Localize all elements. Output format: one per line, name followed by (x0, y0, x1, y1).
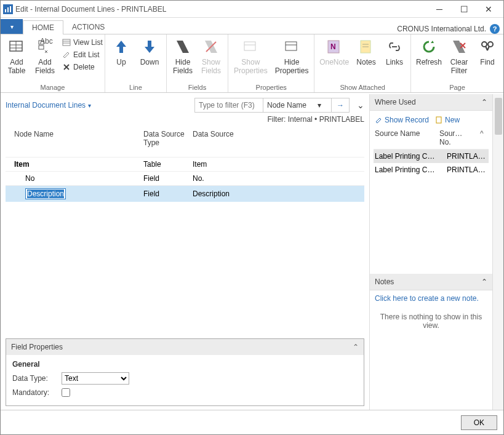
table-row[interactable]: NoFieldNo. (6, 171, 364, 185)
cell-source-no: PRINTLAB… (447, 152, 487, 161)
table-row[interactable]: ItemTableItem (6, 157, 364, 171)
cell-node-name[interactable]: Description (25, 188, 66, 199)
scrollbar[interactable] (492, 94, 503, 410)
notes-header[interactable]: Notes ⌃ (370, 274, 492, 290)
group-properties-label: Properties (228, 82, 314, 92)
refresh-button[interactable]: Refresh (414, 36, 444, 69)
header-ds[interactable]: Data Source (193, 130, 364, 147)
filter-field-select[interactable]: Node Name ▾ (263, 101, 331, 110)
field-properties-panel: Field Properties ⌃ General Data Type: Te… (6, 338, 364, 406)
chevron-up-icon: ⌃ (481, 277, 487, 286)
view-list-button[interactable]: View List (60, 37, 105, 48)
header-source-no[interactable]: Sour… No. (439, 129, 480, 146)
header-dstype[interactable]: Data Source Type (143, 130, 193, 147)
tab-home[interactable]: HOME (23, 20, 63, 34)
chevron-up-icon: ^ (480, 129, 487, 146)
onenote-button[interactable]: N OneNote (317, 36, 351, 69)
cell-dstype: Field (143, 190, 193, 198)
minimize-button[interactable]: ─ (427, 2, 452, 17)
svg-text:Abc: Abc (40, 38, 53, 46)
group-fields-label: Fields (167, 82, 228, 92)
window-title: Edit - Internal Document Lines - PRINTLA… (15, 5, 427, 14)
filter-go-button[interactable]: → (332, 101, 349, 110)
company-label: CRONUS International Ltd. ? (397, 24, 500, 34)
svg-rect-31 (436, 117, 441, 123)
links-button[interactable]: Links (381, 36, 408, 69)
up-button[interactable]: Up (108, 36, 135, 69)
svg-rect-18 (286, 42, 297, 50)
new-link[interactable]: New (435, 116, 460, 124)
clear-filter-button[interactable]: Clear Filter (446, 36, 473, 78)
maximize-button[interactable]: ☐ (452, 2, 476, 17)
scrollbar-thumb[interactable] (495, 98, 502, 135)
cell-dstype: Field (143, 174, 193, 183)
mandatory-checkbox[interactable] (62, 388, 70, 397)
titlebar: Edit - Internal Document Lines - PRINTLA… (1, 1, 503, 18)
tab-actions[interactable]: ACTIONS (63, 20, 113, 34)
cell-dstype: Table (143, 160, 193, 169)
delete-button[interactable]: Delete (60, 62, 105, 73)
chevron-up-icon: ⌃ (481, 98, 487, 106)
add-fields-button[interactable]: Abc Add Fields (31, 36, 58, 78)
ribbon-tabs: ▾ HOME ACTIONS CRONUS International Ltd.… (1, 18, 503, 34)
svg-rect-8 (39, 46, 44, 49)
cell-ds: Description (193, 190, 364, 198)
svg-rect-10 (63, 39, 70, 46)
where-used-row[interactable]: Label Printing C…PRINTLAB… (374, 163, 489, 177)
cell-source-name: Label Printing C… (375, 152, 447, 161)
show-fields-button[interactable]: Show Fields (198, 36, 225, 78)
hide-fields-button[interactable]: Hide Fields (169, 36, 196, 78)
file-tab[interactable]: ▾ (1, 19, 23, 34)
down-button[interactable]: Down (136, 36, 163, 69)
svg-rect-2 (10, 6, 11, 12)
table-row[interactable]: DescriptionFieldDescription (6, 185, 364, 202)
footer: OK (1, 410, 503, 434)
data-type-select[interactable]: Text (62, 372, 129, 385)
cell-ds: Item (193, 160, 364, 169)
where-used-table-header: Source Name Sour… No. ^ (374, 127, 489, 150)
cell-node-name[interactable]: No (25, 174, 34, 183)
app-icon (3, 4, 13, 14)
grid: Node Name Data Source Type Data Source I… (6, 126, 364, 335)
cell-ds: No. (193, 174, 364, 183)
group-attached-label: Show Attached (314, 82, 410, 92)
chevron-down-icon: ▾ (318, 101, 321, 110)
active-filter-text: Filter: Internal • PRINTLABEL (6, 113, 364, 126)
cell-node-name[interactable]: Item (14, 160, 30, 169)
expand-filter-button[interactable]: ⌄ (357, 100, 364, 110)
svg-rect-1 (7, 7, 9, 12)
find-button[interactable]: Find (474, 36, 501, 69)
group-page-label: Page (411, 82, 503, 92)
hide-properties-button[interactable]: Hide Properties (272, 36, 312, 78)
notes-empty-text: There is nothing to show in this view. (370, 306, 492, 336)
notes-button[interactable]: Notes (353, 36, 380, 69)
svg-line-30 (487, 46, 489, 50)
page-title[interactable]: Internal Document Lines ▾ (6, 101, 91, 110)
general-heading: General (12, 360, 358, 369)
filter-input[interactable] (195, 100, 263, 111)
data-type-label: Data Type: (12, 374, 55, 383)
svg-rect-16 (244, 42, 255, 50)
field-properties-header[interactable]: Field Properties ⌃ (6, 339, 364, 355)
show-properties-button[interactable]: Show Properties (231, 36, 271, 78)
ok-button[interactable]: OK (461, 415, 497, 430)
add-table-button[interactable]: Add Table (3, 36, 30, 78)
grid-header: Node Name Data Source Type Data Source (6, 126, 364, 157)
group-manage-label: Manage (1, 82, 105, 92)
cell-source-no: PRINTLAB… (447, 166, 487, 174)
where-used-header[interactable]: Where Used ⌃ (370, 94, 492, 111)
header-node-name[interactable]: Node Name (14, 130, 143, 147)
content-area: Internal Document Lines ▾ Node Name ▾ → … (1, 94, 503, 410)
edit-list-button[interactable]: Edit List (60, 49, 105, 60)
filter-box: Node Name ▾ → (194, 98, 350, 113)
ribbon: Add Table Abc Add Fields View List Edit … (1, 34, 503, 93)
help-icon[interactable]: ? (490, 24, 500, 34)
show-record-link[interactable]: Show Record (375, 116, 429, 124)
cell-source-name: Label Printing C… (375, 166, 447, 174)
svg-rect-0 (5, 9, 6, 12)
company-name: CRONUS International Ltd. (397, 25, 486, 33)
close-button[interactable]: ✕ (476, 2, 501, 17)
create-note-link[interactable]: Click here to create a new note. (370, 290, 492, 306)
header-source-name[interactable]: Source Name (375, 129, 439, 146)
where-used-row[interactable]: Label Printing C…PRINTLAB… (374, 150, 489, 163)
